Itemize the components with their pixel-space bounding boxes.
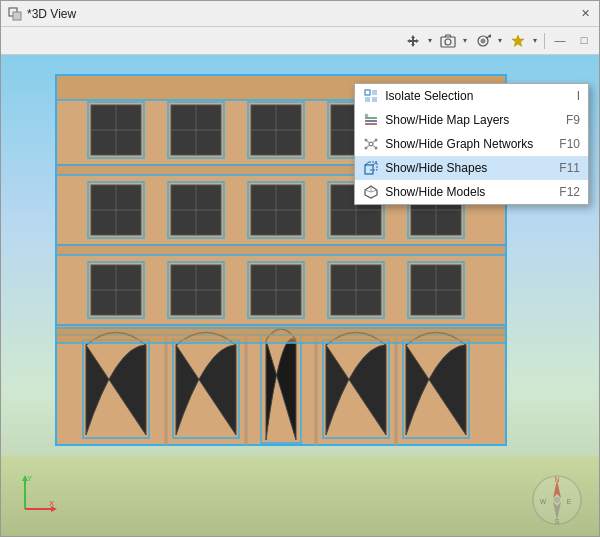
graph-networks-icon [363,136,379,152]
svg-text:W: W [540,498,547,505]
svg-point-107 [554,497,560,503]
window-frame: *3D View ✕ ▾ ▾ [0,0,600,537]
record-tool-group: ▾ [472,30,505,52]
svg-text:E: E [567,498,572,505]
dropdown-arrow-2: ▾ [463,36,467,45]
menu-item-map-layers[interactable]: Show/Hide Map Layers F9 [355,108,588,132]
window-icon [7,6,23,22]
close-button[interactable]: ✕ [578,7,593,20]
menu-item-shapes[interactable]: Show/Hide Shapes F11 [355,156,588,180]
shapes-label: Show/Hide Shapes [385,161,533,175]
svg-point-115 [365,114,368,117]
shapes-shortcut: F11 [559,161,580,175]
star-tool-button[interactable] [507,30,529,52]
models-label: Show/Hide Models [385,185,533,199]
camera-dropdown[interactable]: ▾ [460,30,470,52]
svg-rect-1 [13,12,21,20]
svg-text:N: N [554,476,559,483]
svg-rect-17 [56,245,506,255]
isolate-selection-label: Isolate Selection [385,89,550,103]
record-dropdown[interactable]: ▾ [495,30,505,52]
svg-text:X: X [49,499,55,508]
svg-line-130 [365,190,371,192]
star-tool-group: ▾ [507,30,540,52]
svg-line-131 [371,190,377,192]
svg-point-3 [445,39,451,45]
record-tool-button[interactable] [472,30,494,52]
menu-item-graph-networks[interactable]: Show/Hide Graph Networks F10 [355,132,588,156]
map-layers-shortcut: F9 [566,113,580,127]
window-title: *3D View [27,7,574,21]
move-tool-button[interactable] [402,30,424,52]
map-layers-label: Show/Hide Map Layers [385,113,540,127]
toolbar: ▾ ▾ [1,27,599,55]
graph-networks-shortcut: F10 [559,137,580,151]
svg-text:Y: Y [27,474,33,483]
toolbar-separator [544,33,545,49]
svg-rect-113 [365,120,377,122]
camera-icon [440,33,456,49]
compass: E W N S [531,474,583,526]
models-shortcut: F12 [559,185,580,199]
shapes-icon [363,160,379,176]
svg-rect-114 [365,123,377,125]
context-menu: Isolate Selection I Show/Hide Map Layers… [354,83,589,205]
minimize-button[interactable]: — [549,30,571,52]
star-icon [510,33,526,49]
isolate-icon [363,88,379,104]
models-icon [363,184,379,200]
menu-item-models[interactable]: Show/Hide Models F12 [355,180,588,204]
star-dropdown[interactable]: ▾ [530,30,540,52]
camera-tool-button[interactable] [437,30,459,52]
maximize-button[interactable]: □ [573,30,595,52]
svg-text:S: S [555,518,560,525]
maximize-icon: □ [581,35,588,46]
minimize-icon: — [555,35,566,46]
svg-marker-8 [512,35,524,47]
svg-rect-109 [372,90,377,95]
move-icon [405,33,421,49]
map-layers-icon [363,112,379,128]
title-bar: *3D View ✕ [1,1,599,27]
svg-rect-110 [365,97,370,102]
menu-item-isolate-selection[interactable]: Isolate Selection I [355,84,588,108]
graph-networks-label: Show/Hide Graph Networks [385,137,533,151]
svg-rect-112 [365,117,377,119]
main-content: Y X E W N S [1,55,599,536]
move-tool-dropdown[interactable]: ▾ [425,30,435,52]
svg-rect-108 [365,90,370,95]
camera-tool-group: ▾ [437,30,470,52]
dropdown-arrow-4: ▾ [533,36,537,45]
svg-point-5 [481,38,486,43]
record-icon [475,33,491,49]
dropdown-arrow: ▾ [428,36,432,45]
svg-rect-91 [56,328,506,343]
svg-rect-111 [372,97,377,102]
ground-plane [1,456,599,536]
move-tool-group: ▾ [402,30,435,52]
dropdown-arrow-3: ▾ [498,36,502,45]
isolate-selection-shortcut: I [577,89,580,103]
axis-indicator: Y X [13,471,58,516]
